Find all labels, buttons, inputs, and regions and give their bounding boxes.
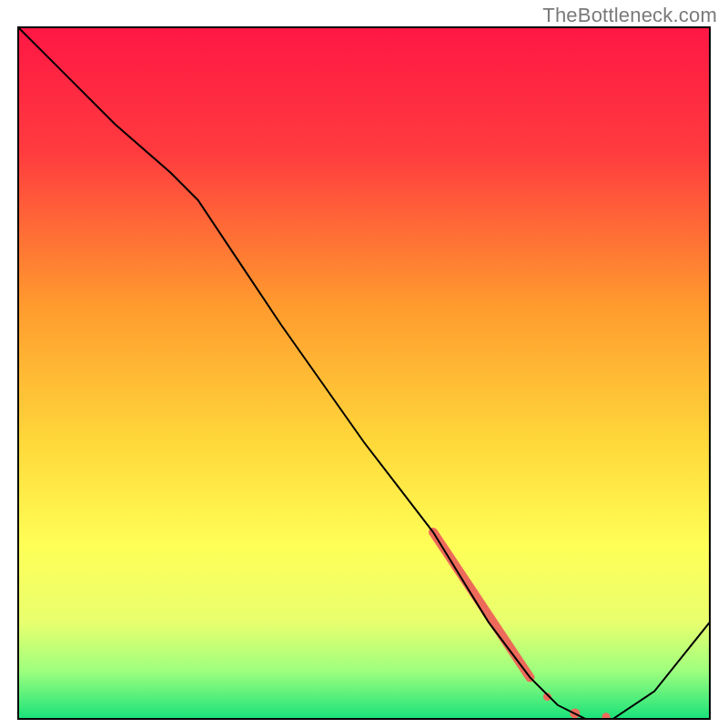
bottleneck-chart (0, 0, 728, 728)
chart-container: TheBottleneck.com (0, 0, 728, 728)
watermark-label: TheBottleneck.com (542, 4, 717, 27)
